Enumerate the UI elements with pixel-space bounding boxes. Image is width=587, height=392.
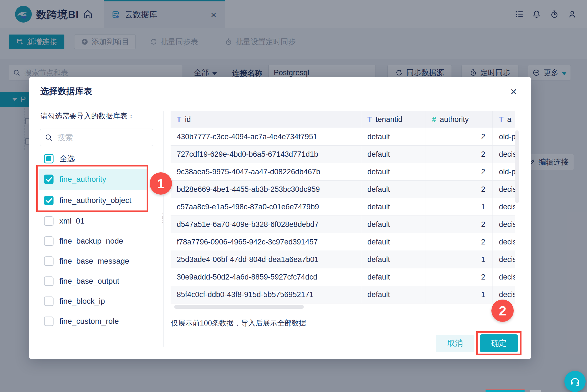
table-cell: default [361, 216, 426, 233]
table-name-label: fine_backup_node [59, 237, 123, 246]
table-list-item[interactable]: fine_base_message [39, 251, 148, 271]
preview-table-body: 430b7777-c3ce-4094-ac7a-4e4e734f7951defa… [171, 128, 515, 303]
table-row: bd28e669-4be1-4455-ab3b-253bc30dc959defa… [171, 181, 515, 198]
table-cell: 2 [426, 146, 493, 163]
table-cell: d547a51e-6a70-409e-b328-6f028e8debd7 [171, 216, 361, 233]
next-step-cancel-sliver [530, 390, 541, 392]
table-list-item[interactable]: fine_backup_node [39, 231, 148, 251]
table-row: f78a7796-0906-4965-942c-3c97ed391457defa… [171, 233, 515, 251]
table-list-item[interactable]: fine_custom_role [39, 311, 148, 331]
table-list-item[interactable]: fine_block_ip [39, 291, 148, 311]
cancel-button[interactable]: 取消 [436, 335, 474, 352]
table-cell: decis [493, 146, 515, 163]
modal-table-list: fine_authorityfine_authority_objectxml_0… [39, 169, 148, 331]
table-row: 430b7777-c3ce-4094-ac7a-4e4e734f7951defa… [171, 128, 515, 146]
table-row: d547a51e-6a70-409e-b328-6f028e8debd7defa… [171, 216, 515, 233]
table-cell: default [361, 128, 426, 146]
table-name-label: fine_custom_role [59, 317, 119, 326]
select-tables-dialog: 选择数据库表 × 请勾选需要导入的数据库表： 全选 fine_authority… [29, 77, 531, 359]
table-cell: decis [493, 251, 515, 268]
column-label: tenantid [376, 115, 402, 124]
column-header-id[interactable]: Tid [171, 111, 361, 128]
support-chat-button[interactable] [564, 371, 586, 392]
table-cell: 2 [426, 216, 493, 233]
table-cell: default [361, 251, 426, 268]
table-cell: decis [493, 233, 515, 251]
table-search-input[interactable] [57, 133, 159, 142]
select-all-row[interactable]: 全选 [44, 152, 75, 166]
select-all-label: 全选 [59, 153, 75, 164]
annotation-step2-badge: 2 [491, 300, 514, 322]
table-cell: default [361, 181, 426, 198]
table-list-item[interactable]: fine_authority [39, 169, 148, 190]
table-name-label: xml_01 [59, 217, 84, 226]
horizontal-scrollbar[interactable] [174, 305, 304, 309]
annotation-step1-badge: 1 [150, 172, 172, 195]
checkbox[interactable] [44, 256, 54, 266]
table-cell: default [361, 163, 426, 181]
checkbox[interactable] [44, 196, 54, 205]
preview-footer-note: 仅展示前100条数据，导入后展示全部数据 [171, 318, 306, 328]
text-type-icon: T [177, 115, 181, 124]
drag-handle-icon[interactable]: ⋮⋮ [159, 214, 166, 222]
table-name-label: fine_authority [59, 175, 106, 184]
column-label: a [507, 115, 511, 124]
checkbox[interactable] [44, 216, 54, 226]
column-label: authority [440, 115, 469, 124]
checkbox[interactable] [44, 276, 54, 286]
vertical-scrollbar[interactable] [515, 130, 519, 203]
column-label: id [185, 115, 191, 124]
table-cell: decis [493, 216, 515, 233]
confirm-button[interactable]: 确定 [480, 334, 518, 352]
table-cell: old-p [493, 163, 515, 181]
panel-divider [163, 111, 164, 347]
column-header-tenantid[interactable]: Ttenantid [361, 111, 426, 128]
checkbox[interactable] [44, 236, 54, 246]
table-cell: 1 [426, 198, 493, 216]
search-icon [45, 133, 53, 142]
table-row: 9c38aea5-9975-4047-aa47-d08226db467bdefa… [171, 163, 515, 181]
table-row: 25d3ade4-06bf-47dd-804d-dea1a6ea7b01defa… [171, 251, 515, 268]
table-cell: decis [493, 181, 515, 198]
text-type-icon: T [499, 115, 504, 124]
dialog-prompt: 请勾选需要导入的数据库表： [40, 111, 135, 121]
table-cell: 1 [426, 286, 493, 303]
table-row: c57aa8c9-e1a5-498c-87a0-c01e6e7479b9defa… [171, 198, 515, 216]
table-cell: default [361, 198, 426, 216]
select-all-checkbox[interactable] [44, 154, 54, 163]
table-name-label: fine_base_message [59, 257, 129, 266]
table-name-label: fine_authority_object [59, 196, 131, 205]
table-name-label: fine_base_output [59, 277, 119, 286]
dialog-title: 选择数据库表 [40, 85, 92, 97]
table-cell: 2 [426, 233, 493, 251]
table-row: 85f4c0cf-ddb0-43f8-915d-5b5756952171defa… [171, 286, 515, 303]
table-cell: 2 [426, 163, 493, 181]
column-header-authority[interactable]: #authority [426, 111, 493, 128]
number-type-icon: # [432, 115, 436, 124]
table-list-item[interactable]: fine_authority_object [39, 190, 148, 211]
table-cell: f78a7796-0906-4965-942c-3c97ed391457 [171, 233, 361, 251]
checkbox[interactable] [44, 175, 54, 184]
table-row: 30e9addd-50d2-4a6d-8859-5927cfc74dcddefa… [171, 268, 515, 286]
table-cell: 85f4c0cf-ddb0-43f8-915d-5b5756952171 [171, 286, 361, 303]
text-type-icon: T [367, 115, 372, 124]
dialog-divider [29, 105, 531, 105]
table-cell: old-p [493, 128, 515, 146]
checkbox[interactable] [44, 297, 54, 306]
table-list-item[interactable]: xml_01 [39, 211, 148, 231]
table-name-label: fine_block_ip [59, 297, 105, 306]
table-cell: 9c38aea5-9975-4047-aa47-d08226db467b [171, 163, 361, 181]
table-cell: 1 [426, 251, 493, 268]
table-cell: default [361, 146, 426, 163]
table-cell: 2 [426, 181, 493, 198]
table-cell: bd28e669-4be1-4455-ab3b-253bc30dc959 [171, 181, 361, 198]
table-list-item[interactable]: fine_base_output [39, 271, 148, 291]
table-cell: decis [493, 268, 515, 286]
table-row: 727cdf19-629e-4bd0-b6a5-67143d771d1bdefa… [171, 146, 515, 163]
table-cell: default [361, 286, 426, 303]
close-icon[interactable]: × [509, 85, 518, 98]
table-search[interactable] [40, 129, 153, 146]
table-cell: 25d3ade4-06bf-47dd-804d-dea1a6ea7b01 [171, 251, 361, 268]
checkbox[interactable] [44, 317, 54, 326]
column-header-a[interactable]: Ta [493, 111, 515, 128]
